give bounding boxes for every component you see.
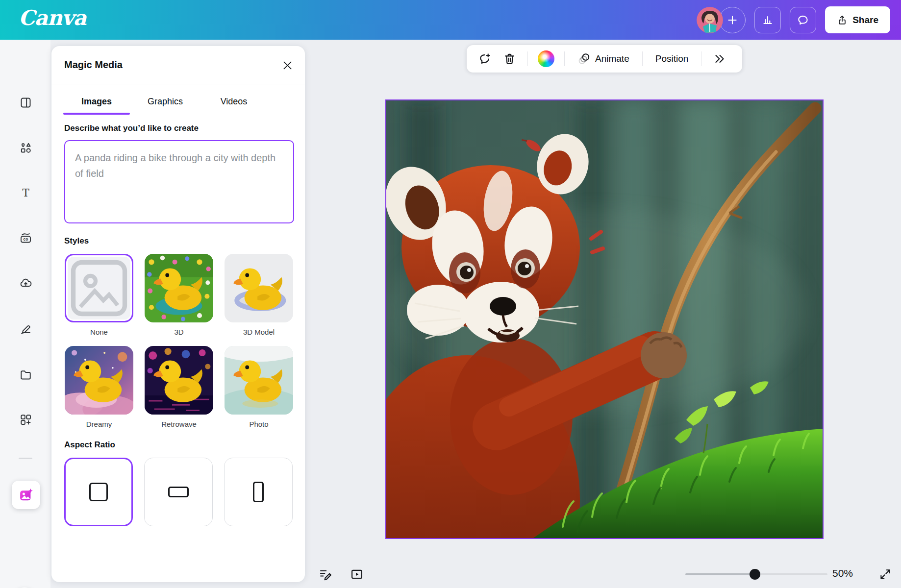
fullscreen-button[interactable] (874, 563, 897, 586)
add-comment-button[interactable] (475, 49, 495, 69)
toolbar-divider (642, 51, 643, 66)
notes-button[interactable] (314, 563, 337, 586)
style-thumb-retrowave[interactable] (145, 346, 213, 415)
toolbar-divider (701, 51, 701, 66)
panel-header: Magic Media (51, 46, 305, 84)
aspect-option-square[interactable] (64, 458, 133, 526)
aspect-option-portrait[interactable] (224, 458, 293, 526)
style-option-photo[interactable]: Photo (225, 346, 293, 428)
magic-media-panel: Magic Media Images Graphics Videos Descr… (51, 46, 305, 582)
expand-icon (879, 568, 892, 581)
pen-icon (19, 321, 32, 335)
double-chevron-right-icon (713, 52, 726, 65)
canvas-toolbar: Animate Position (467, 45, 742, 73)
sidebar-item-text[interactable]: T (13, 180, 38, 205)
portrait-ratio-icon (253, 482, 264, 502)
tab-videos[interactable]: Videos (200, 88, 268, 115)
square-ratio-icon (89, 483, 108, 501)
elements-shapes-icon (19, 141, 32, 154)
sidebar-item-magic-media[interactable] (12, 481, 40, 509)
sidebar-item-elements[interactable] (13, 135, 38, 160)
zoom-slider-thumb[interactable] (750, 569, 760, 580)
color-picker-button[interactable] (536, 49, 556, 69)
animate-icon (577, 52, 591, 66)
animate-label: Animate (595, 53, 629, 64)
style-thumb-none[interactable] (65, 254, 133, 322)
add-member-button[interactable] (719, 7, 746, 33)
style-3d-preview (145, 254, 213, 322)
toolbar-divider (564, 51, 565, 66)
svg-text:T: T (22, 187, 29, 199)
sidebar-item-uploads[interactable] (13, 270, 38, 295)
folder-icon (19, 368, 32, 381)
style-photo-preview (225, 346, 293, 415)
position-label: Position (655, 53, 689, 64)
style-option-3d-model[interactable]: 3D Model (225, 254, 293, 336)
style-thumb-photo[interactable] (225, 346, 293, 415)
panel-title: Magic Media (64, 59, 123, 71)
canva-logo[interactable]: Canva (19, 6, 86, 30)
style-thumb-3d-model[interactable] (225, 254, 293, 322)
more-options-button[interactable] (709, 49, 730, 69)
text-icon: T (19, 186, 32, 199)
comments-button[interactable] (790, 7, 816, 33)
image-placeholder-icon (65, 254, 133, 322)
style-3d-model-preview (225, 254, 293, 322)
position-button[interactable]: Position (651, 49, 694, 68)
color-wheel-icon (538, 50, 554, 67)
tab-images[interactable]: Images (62, 88, 131, 115)
sidebar-item-design[interactable] (13, 90, 38, 115)
svg-text:co: co (23, 237, 28, 242)
aspect-ratio-label: Aspect Ratio (64, 440, 294, 450)
tab-graphics[interactable]: Graphics (131, 88, 200, 115)
style-thumb-3d[interactable] (145, 254, 213, 322)
toolbar-divider (527, 51, 528, 66)
aspect-ratio-options (64, 458, 294, 526)
present-button[interactable] (345, 563, 369, 586)
styles-label: Styles (64, 236, 294, 246)
landscape-ratio-icon (168, 487, 189, 497)
avatar[interactable] (697, 7, 723, 33)
canvas-selected-image[interactable] (386, 100, 823, 538)
sidebar-item-apps[interactable] (13, 407, 38, 432)
aspect-option-landscape[interactable] (144, 458, 213, 526)
style-option-retrowave[interactable]: Retrowave (145, 346, 213, 428)
insights-button[interactable] (754, 7, 781, 33)
brand-icon: co (19, 231, 32, 245)
style-option-none[interactable]: None (65, 254, 133, 336)
style-thumb-dreamy[interactable] (65, 346, 133, 415)
notes-pencil-icon (319, 567, 332, 581)
describe-label: Describe what you’d like to create (64, 123, 294, 133)
zoom-level-label[interactable]: 50% (832, 567, 853, 579)
magic-media-icon (19, 488, 33, 502)
animate-button[interactable]: Animate (573, 48, 634, 70)
style-retrowave-preview (145, 346, 213, 415)
sidebar-item-projects[interactable] (13, 362, 38, 387)
share-label: Share (852, 15, 878, 25)
cloud-upload-icon (19, 276, 32, 290)
sidebar-item-draw[interactable] (13, 316, 38, 340)
style-option-3d[interactable]: 3D (145, 254, 213, 336)
panel-tabs: Images Graphics Videos (51, 88, 305, 115)
red-panda-artwork (386, 100, 823, 538)
sidebar-item-brand[interactable]: co (13, 225, 38, 250)
speech-bubble-icon (797, 14, 809, 26)
share-button[interactable]: Share (825, 6, 890, 33)
avatar-image (697, 7, 723, 33)
zoom-slider[interactable] (685, 573, 827, 575)
top-bar: Canva (0, 0, 901, 40)
delete-button[interactable] (499, 49, 520, 69)
style-option-dreamy[interactable]: Dreamy (65, 346, 133, 428)
bar-chart-icon (761, 14, 774, 26)
plus-icon (726, 14, 739, 26)
close-panel-button[interactable] (278, 56, 296, 74)
trash-icon (503, 52, 516, 66)
design-icon (19, 96, 32, 109)
close-icon (283, 61, 292, 70)
prompt-input[interactable] (64, 140, 294, 223)
share-upload-icon (837, 15, 848, 25)
apps-grid-icon (19, 413, 32, 426)
side-rail: T co (0, 40, 50, 588)
style-dreamy-preview (65, 346, 133, 415)
comment-add-icon (478, 52, 492, 66)
